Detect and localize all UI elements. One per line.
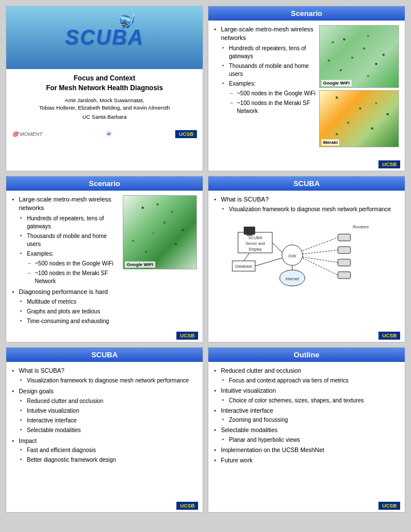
map-google-label: Google WiFi [321,80,352,86]
scenario-1-sub-sub-bullets: ~500 nodes in the Google WiFi ~100 nodes… [222,90,316,115]
map-slide3-label: Google WiFi [125,261,155,268]
scenario-2-map: Google WiFi [123,195,197,327]
network-diagram: SCUBA Server and Display Database GW Int… [214,218,399,292]
bullet-item: Large-scale metro-mesh wireless networks [12,195,119,213]
scenario-1-sub-bullets: Hundreds of repeaters, tens of gateways … [214,45,316,115]
scuba-details-bullets: What is SCUBA? Visualization framework t… [12,366,197,464]
slide-scuba-details-header: SCUBA [6,348,203,362]
bullet-item: Graphs and plots are tedious [20,308,119,316]
ucsb-badge-5: UCSB [176,502,198,510]
slide-institution: UC Santa Barbara [12,114,197,120]
bullet-item: Hundreds of repeaters, tens of gateways [222,45,316,61]
slide-scuba-intro-header: SCUBA [208,176,405,191]
svg-rect-14 [338,247,350,253]
bullet-item: Zooming and focussing [222,416,399,424]
ucsb-badge-4: UCSB [378,332,400,340]
bullet-item: Large-scale metro-mesh wireless networks [214,25,316,43]
outline-bullets: Reduced clutter and occlusion Focus and … [214,366,399,464]
map-meraki-label: Meraki [321,139,339,146]
bullet-item: Visualization framework to diagnose mesh… [20,377,197,385]
slide-scuba-details-body: What is SCUBA? Visualization framework t… [6,362,203,501]
svg-text:Internet: Internet [285,277,299,281]
map-google-wifi-2: Google WiFi [123,195,197,269]
bullet-item: Impact [12,437,197,445]
scenario-2-bullets-top: Large-scale metro-mesh wireless networks… [12,195,119,325]
bullet-item: Planar and hyperbolic views [222,436,399,444]
scenario-2-text: Large-scale metro-mesh wireless networks… [12,195,119,327]
bullet-item: Reduced clutter and occlusion [20,397,197,405]
bullet-item: ~100 nodes in the Meraki SF Network [230,99,316,115]
svg-line-23 [255,258,282,266]
svg-line-18 [303,237,338,251]
logos-row: 🎯 MOMENT ⚗️ UCSB [6,130,203,138]
bullet-item: Design goals [12,387,197,396]
bullet-item: Examples: [20,250,119,258]
bullet-item: Intuitive visualization [214,386,399,395]
slide-scuba-intro-footer: UCSB [208,331,405,342]
map-google-wifi: Google WiFi [319,25,399,88]
bullet-item: Selectable modalities [214,426,399,434]
slide-scenario-2-body: Large-scale metro-mesh wireless networks… [6,191,203,331]
scenario-1-text: Large-scale metro-mesh wireless networks… [214,25,316,156]
ucsb-badge-1: UCSB [175,130,197,138]
slide-outline: Outline Reduced clutter and occlusion Fo… [208,347,405,513]
bullet-item: What is SCUBA? [214,195,399,204]
svg-line-21 [303,258,338,275]
slide-scenario-1-header: Scenario [208,6,405,21]
bullet-item: Implementation on the UCSB MeshNet [214,446,399,454]
scuba-intro-bullets: What is SCUBA? Visualization framework t… [214,195,399,213]
ucsb-badge-2: UCSB [378,160,400,168]
slide-authors: Amit Jardosh, Mock Suwannatat, Tobias Ho… [12,96,197,112]
svg-line-17 [272,243,282,252]
bullet-item: Choice of color schemes, sizes, shapes, … [222,397,399,405]
bullet-item: Diagnosing performance is hard [12,288,119,296]
svg-text:Server and: Server and [245,241,265,245]
slide-title-main: Focus and Context For Mesh Network Healt… [12,74,197,93]
slide-outline-header: Outline [208,348,405,362]
bullet-item: Visualization framework to diagnose mesh… [222,205,399,213]
title-content: Focus and Context For Mesh Network Healt… [6,69,203,128]
svg-rect-16 [338,272,350,279]
slide-scenario-1-body: Large-scale metro-mesh wireless networks… [208,21,405,159]
map-slide3-dots [123,196,196,269]
bullet-item: ~500 nodes in the Google WiFi [28,260,119,268]
slide-scuba-intro-body: What is SCUBA? Visualization framework t… [208,191,405,331]
slide-outline-body: Reduced clutter and occlusion Focus and … [208,362,405,501]
bullet-item: Fast and efficient diagnosis [20,446,197,454]
slide-scenario-2-header: Scenario [6,176,203,191]
slides-grid: 🤿 SCUBA Focus and Context For Mesh Netwo… [6,6,405,513]
slide-scuba-details: SCUBA What is SCUBA? Visualization frame… [6,347,203,513]
map-google-dots [320,26,398,87]
slide-scuba-intro: SCUBA What is SCUBA? Visualization frame… [208,176,405,342]
bullet-item: Focus and context approach via tiers of … [222,377,399,385]
svg-line-24 [244,253,249,261]
map-meraki: Meraki [319,90,399,147]
bullet-item: Better diagnostic framework design [20,456,197,464]
bullet-item: Time-consuming and exhausting [20,317,119,325]
svg-text:Display: Display [249,247,262,252]
title-image: 🤿 SCUBA [6,6,203,69]
slide-scenario-1-footer: UCSB [208,159,405,171]
slide-scenario-1: Scenario Large-scale metro-mesh wireless… [208,6,405,171]
slide-title: 🤿 SCUBA Focus and Context For Mesh Netwo… [6,6,203,171]
svg-rect-15 [338,259,350,266]
svg-line-20 [303,257,338,263]
map-meraki-dots [320,91,398,147]
bullet-item: Hundreds of repeaters, tens of gateways [20,215,119,231]
bullet-item: Interactive interface [214,406,399,415]
slide-outline-footer: UCSB [208,501,405,512]
svg-rect-13 [338,234,350,241]
svg-text:Database: Database [235,264,252,268]
diagram-svg: SCUBA Server and Display Database GW Int… [227,218,386,292]
scenario-1-maps: Google WiFi Meraki [319,25,399,156]
bullet-item: Reduced clutter and occlusion [214,366,399,375]
svg-text:GW: GW [288,253,296,259]
bullet-item: ~500 nodes in the Google WiFi [230,90,316,98]
svg-text:SCUBA: SCUBA [248,236,262,240]
il-logo: ⚗️ [106,131,112,137]
bullet-item: Future work [214,456,399,465]
bullet-item: Thousands of mobile and home users [222,62,316,78]
bullet-item: Intuitive visualization [20,407,197,415]
slide-scenario-2-footer: UCSB [6,331,203,342]
bullet-item: Examples: [222,80,316,88]
